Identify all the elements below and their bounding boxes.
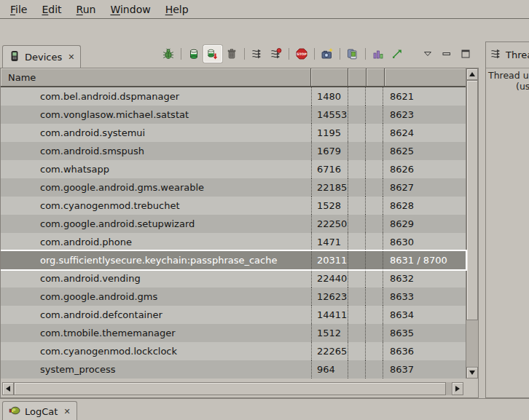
threads-message-line2: (use toolbar button to enable) [488, 81, 529, 92]
threads-message: Thread updates not enabled for selected … [486, 68, 529, 92]
cell-debug-port: 8628 [383, 197, 466, 215]
cell-pid: 14553 [311, 106, 348, 124]
table-row[interactable]: com.android.smspush16798625 [1, 142, 466, 160]
threads-panel: Threads Thread updates not enabled for s… [485, 41, 529, 398]
vertical-scrollbar-thumb[interactable] [466, 80, 478, 320]
sysinfo-bars-icon[interactable] [369, 45, 388, 63]
gc-trash-icon[interactable] [222, 45, 241, 63]
cell-debug-port: 8621 [383, 87, 466, 106]
cell-pid: 1528 [311, 197, 348, 215]
close-icon[interactable]: ✕ [63, 407, 70, 416]
table-row[interactable]: com.google.android.gms126238633 [1, 288, 466, 306]
cell-process-name: com.whatsapp [1, 160, 311, 178]
dump-hprof-icon[interactable] [203, 45, 222, 63]
cell-pid: 20311 [311, 251, 348, 269]
logcat-panel: LogCat ✕ [0, 398, 529, 420]
menu-window[interactable]: Window [103, 1, 157, 17]
cell-empty [348, 251, 365, 269]
cell-process-name: com.android.smspush [1, 142, 311, 160]
devices-view-body: Name com.bel.android.dspmanager14808621c… [0, 68, 479, 398]
cell-pid: 22250 [311, 215, 348, 233]
menu-file[interactable]: File [3, 1, 34, 17]
table-row[interactable]: com.google.android.gms.wearable221858627 [1, 178, 466, 197]
devices-tabbar: Devices ✕ STOP [0, 41, 479, 68]
cell-empty [365, 160, 383, 178]
close-icon[interactable]: ✕ [68, 52, 74, 62]
vertical-scrollbar[interactable] [466, 68, 478, 379]
screen-capture-icon[interactable] [318, 45, 337, 63]
cell-pid: 22185 [311, 178, 348, 197]
phone-icon [9, 50, 20, 64]
tab-devices[interactable]: Devices ✕ [2, 45, 81, 68]
horizontal-scrollbar[interactable] [2, 382, 463, 395]
cell-process-name: com.android.phone [1, 233, 311, 251]
cell-empty [365, 324, 383, 342]
arrow-right-icon [455, 386, 460, 392]
cell-empty [348, 288, 365, 306]
table-row[interactable]: com.whatsapp67168626 [1, 160, 466, 178]
table-row[interactable]: org.sufficientlysecure.keychain:passphra… [1, 251, 466, 269]
table-row[interactable]: com.android.vending224408632 [1, 269, 466, 288]
horizontal-scrollbar-thumb[interactable] [14, 382, 446, 395]
column-header-empty2[interactable] [367, 68, 385, 86]
menu-edit[interactable]: Edit [34, 1, 68, 17]
cell-empty [348, 87, 365, 106]
tab-logcat[interactable]: LogCat ✕ [2, 401, 77, 420]
debug-attach-icon[interactable] [159, 45, 178, 63]
cell-empty [348, 306, 365, 324]
cell-pid: 1471 [311, 233, 348, 251]
tab-threads-label[interactable]: Threads [506, 49, 529, 60]
vertical-scrollbar-trough[interactable] [466, 320, 478, 367]
column-header-empty1[interactable] [348, 68, 367, 86]
arrow-down-icon [469, 371, 475, 375]
update-threads-icon[interactable] [248, 45, 267, 63]
scroll-right-button[interactable] [452, 382, 463, 395]
stop-process-icon[interactable]: STOP [292, 45, 311, 63]
cell-debug-port: 8637 [383, 360, 466, 379]
cell-process-name: org.sufficientlysecure.keychain:passphra… [1, 251, 311, 269]
cell-empty [365, 360, 383, 379]
table-row[interactable]: com.android.systemui11958624 [1, 124, 466, 142]
cell-empty [348, 342, 365, 360]
column-header-name-label: Name [8, 72, 36, 83]
cell-empty [365, 233, 383, 251]
menu-run[interactable]: Run [69, 1, 103, 17]
table-body: com.bel.android.dspmanager14808621com.vo… [1, 87, 466, 379]
menu-bar: FileEditRunWindowHelp [0, 0, 529, 19]
table-row[interactable]: com.bel.android.dspmanager14808621 [1, 87, 466, 106]
cell-debug-port: 8627 [383, 178, 466, 197]
scroll-left-button[interactable] [2, 382, 14, 395]
minimize-icon[interactable] [437, 45, 456, 63]
pane-resize-sash[interactable] [479, 41, 485, 398]
table-row[interactable]: com.android.defcontainer144118634 [1, 306, 466, 324]
table-row[interactable]: com.android.phone14718630 [1, 233, 466, 251]
table-row[interactable]: com.cyanogenmod.lockclock222658636 [1, 342, 466, 360]
table-row[interactable]: com.google.android.setupwizard222508629 [1, 215, 466, 233]
update-heap-icon[interactable] [184, 45, 203, 63]
column-header-name[interactable]: Name [1, 68, 311, 86]
scroll-down-button[interactable] [466, 367, 478, 379]
network-stats-icon[interactable] [388, 45, 407, 63]
table-row[interactable]: com.cyanogenmod.trebuchet15288628 [1, 197, 466, 215]
cell-empty [348, 124, 365, 142]
start-method-profiling-icon[interactable] [267, 45, 286, 63]
column-header-pid[interactable] [311, 68, 348, 86]
view-menu-icon[interactable] [418, 45, 437, 63]
toolbar-separator [340, 48, 340, 60]
table-row[interactable]: com.vonglasow.michael.satstat145538623 [1, 106, 466, 124]
column-header-port[interactable] [385, 68, 466, 86]
cell-process-name: com.bel.android.dspmanager [1, 87, 311, 106]
table-row[interactable]: system_process9648637 [1, 360, 466, 379]
maximize-icon[interactable] [456, 45, 475, 63]
cell-pid: 1195 [311, 124, 348, 142]
table-row[interactable]: com.tmobile.thememanager15128635 [1, 324, 466, 342]
tab-devices-label: Devices [25, 52, 62, 63]
arrow-up-icon [469, 72, 475, 76]
cell-empty [365, 142, 383, 160]
devices-table-grid: Name com.bel.android.dspmanager14808621c… [1, 68, 466, 379]
cell-empty [365, 178, 383, 197]
menu-help[interactable]: Help [158, 1, 196, 17]
phone-stack-icon[interactable] [343, 45, 362, 63]
cell-process-name: com.google.android.setupwizard [1, 215, 311, 233]
scroll-up-button[interactable] [466, 68, 478, 80]
